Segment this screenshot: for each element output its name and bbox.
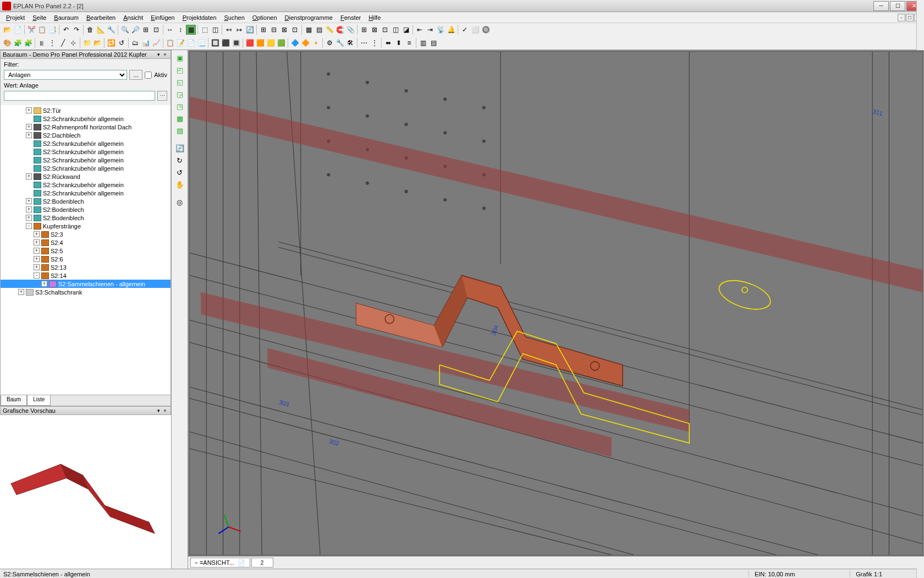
tree-toggle[interactable]: + xyxy=(26,215,32,221)
snap-icon[interactable]: 🧲 xyxy=(335,25,345,35)
pin-icon[interactable]: ▾ xyxy=(155,407,162,414)
menu-bearbeiten[interactable]: Bearbeiten xyxy=(82,13,119,22)
tool-icon[interactable]: 🛠 xyxy=(345,38,355,48)
tool-icon[interactable]: 📂 xyxy=(92,38,102,48)
tool-icon[interactable]: 📋 xyxy=(37,25,47,35)
tool-icon[interactable]: 🧩 xyxy=(13,38,23,48)
tool-icon[interactable]: ⚙ xyxy=(324,38,334,48)
tree-row[interactable]: S2:Schrankzubehör allgemein xyxy=(1,164,170,172)
tool-icon[interactable]: 🔷 xyxy=(290,38,300,48)
pin-icon[interactable]: ▾ xyxy=(155,51,162,58)
view-icon[interactable]: ◱ xyxy=(174,77,185,88)
tree-row[interactable]: +S3:Schaltschrank xyxy=(1,288,170,296)
tree-row[interactable]: +S2:Rahmenprofil horizontal Dach xyxy=(1,123,170,131)
tool-icon[interactable]: ⇥ xyxy=(425,25,435,35)
tool-icon[interactable]: ⋮ xyxy=(47,38,57,48)
tree-row[interactable]: +S2:3 xyxy=(1,230,170,238)
tool-icon[interactable]: ⊡ xyxy=(151,25,161,35)
doctab-page[interactable]: 2 xyxy=(251,558,273,568)
aktiv-checkbox[interactable] xyxy=(145,72,152,79)
tree-view[interactable]: +S2:TürS2:Schrankzubehör allgemein+S2:Ra… xyxy=(1,105,170,395)
tool-icon[interactable]: 📂 xyxy=(2,25,12,35)
tree-toggle[interactable]: + xyxy=(18,289,24,295)
tool-icon[interactable]: 📊 xyxy=(141,38,151,48)
tool-icon[interactable]: 🔁 xyxy=(106,38,116,48)
tree-row[interactable]: S2:Schrankzubehör allgemein xyxy=(1,139,170,148)
tool-icon[interactable]: 📁 xyxy=(82,38,92,48)
tool-icon[interactable]: ╱ xyxy=(58,38,68,48)
menu-bauraum[interactable]: Bauraum xyxy=(50,13,82,22)
zoom-out-icon[interactable]: 🔎 xyxy=(130,25,140,35)
tree-toggle[interactable]: + xyxy=(26,124,32,130)
tree-toggle[interactable]: + xyxy=(34,239,40,246)
tree-toggle[interactable]: + xyxy=(26,107,32,113)
menu-projektdaten[interactable]: Projektdaten xyxy=(179,13,221,22)
tree-toggle[interactable]: + xyxy=(26,132,32,138)
tool-icon[interactable]: 📃 xyxy=(196,38,206,48)
rotate-icon[interactable]: ↺ xyxy=(174,167,185,178)
tree-toggle[interactable]: + xyxy=(34,256,40,262)
tool-icon[interactable]: ↕ xyxy=(175,25,185,35)
tool-icon[interactable]: 🟨 xyxy=(266,38,276,48)
tree-row[interactable]: S2:Schrankzubehör allgemein xyxy=(1,148,170,156)
menu-optionen[interactable]: Optionen xyxy=(249,13,281,22)
tool-icon[interactable]: ⊟ xyxy=(269,25,279,35)
tree-row[interactable]: +S2:Bodenblech xyxy=(1,197,170,205)
view-icon[interactable]: ◰ xyxy=(174,64,185,75)
tool-icon[interactable]: ⊠ xyxy=(370,25,380,35)
tree-toggle[interactable]: + xyxy=(26,173,32,179)
tool-icon[interactable]: 🔸 xyxy=(311,38,321,48)
tool-icon[interactable]: ↔ xyxy=(165,25,175,35)
tool-icon[interactable]: ▦ xyxy=(186,25,196,35)
tree-toggle[interactable]: - xyxy=(34,272,40,279)
mdi-minimize-button[interactable]: - xyxy=(898,14,905,21)
tool-icon[interactable]: 🧩 xyxy=(23,38,33,48)
tree-row[interactable]: +S2:Tür xyxy=(1,106,170,114)
tool-icon[interactable]: 📈 xyxy=(151,38,161,48)
tool-icon[interactable]: ↤ xyxy=(224,25,234,35)
tool-icon[interactable]: ↺ xyxy=(117,38,127,48)
tool-icon[interactable]: 🔳 xyxy=(231,38,241,48)
ruler-icon[interactable]: 📏 xyxy=(324,25,334,35)
wert-side-button[interactable]: ⋯ xyxy=(157,91,167,101)
tool-icon[interactable]: ⊡ xyxy=(290,25,300,35)
tree-row[interactable]: S2:Schrankzubehör allgemein xyxy=(1,189,170,197)
view-icon[interactable]: ▣ xyxy=(174,52,185,63)
tool-icon[interactable]: 📑 xyxy=(47,25,57,35)
tree-row[interactable]: S2:Schrankzubehör allgemein xyxy=(1,181,170,189)
tool-icon[interactable]: ⊞ xyxy=(258,25,268,35)
tool-icon[interactable]: ◫ xyxy=(210,25,220,35)
tool-icon[interactable]: 🗂 xyxy=(130,38,140,48)
menu-dienstprogramme[interactable]: Dienstprogramme xyxy=(281,13,337,22)
tool-icon[interactable]: ◪ xyxy=(401,25,411,35)
tree-toggle[interactable]: - xyxy=(26,223,32,229)
tab-baum[interactable]: Baum xyxy=(1,395,27,406)
tool-icon[interactable]: 🔶 xyxy=(300,38,310,48)
tree-toggle[interactable]: + xyxy=(41,281,47,287)
tree-row[interactable]: +S2:Sammelschienen - allgemein xyxy=(1,280,170,288)
tree-toggle[interactable]: + xyxy=(26,206,32,212)
tree-row[interactable]: +S2:Bodenblech xyxy=(1,214,170,222)
minimize-button[interactable]: ─ xyxy=(873,1,889,11)
tool-icon[interactable]: 🎨 xyxy=(2,38,12,48)
view-icon[interactable]: ▦ xyxy=(174,113,185,124)
tool-icon[interactable]: ▥ xyxy=(418,38,428,48)
zoom-in-icon[interactable]: 🔍 xyxy=(120,25,130,35)
tree-row[interactable]: -S2:14 xyxy=(1,271,170,280)
menu-ansicht[interactable]: Ansicht xyxy=(119,13,147,22)
filter-select[interactable]: Anlagen xyxy=(4,70,127,80)
tool-icon[interactable]: 🔧 xyxy=(335,38,345,48)
mdi-restore-button[interactable]: □ xyxy=(906,14,914,21)
tool-icon[interactable]: 🔔 xyxy=(446,25,456,35)
redo-icon[interactable]: ↷ xyxy=(72,25,81,35)
tool-icon[interactable]: ✂️ xyxy=(26,25,36,35)
tool-icon[interactable]: ⋯ xyxy=(359,38,369,48)
menu-hilfe[interactable]: Hilfe xyxy=(365,13,384,22)
tool-icon[interactable]: 📐 xyxy=(96,25,106,35)
tree-row[interactable]: +S2:6 xyxy=(1,255,170,263)
tree-row[interactable]: S2:Schrankzubehör allgemein xyxy=(1,114,170,123)
tool-icon[interactable]: ▤ xyxy=(428,38,438,48)
grid-icon[interactable]: ▤ xyxy=(314,25,324,35)
tool-icon[interactable]: 🟥 xyxy=(245,38,255,48)
tool-icon[interactable]: ⊹ xyxy=(68,38,78,48)
